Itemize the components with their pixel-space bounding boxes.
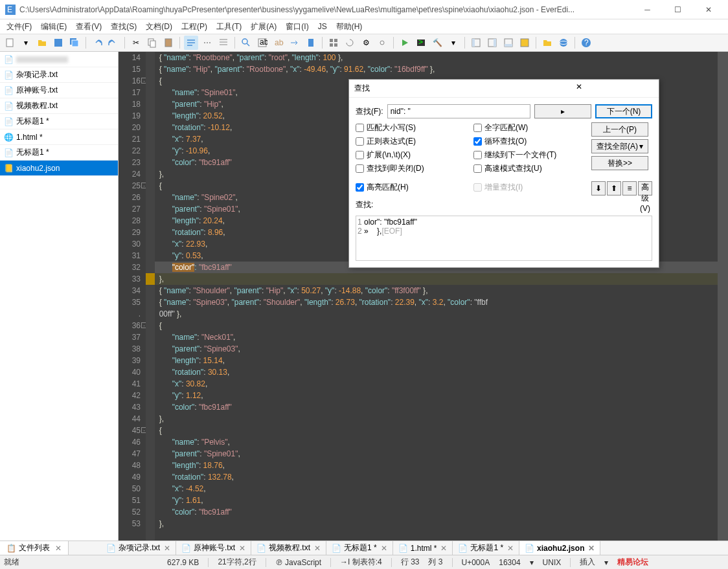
doc-tab[interactable]: 📄1.html *✕ [393,541,453,555]
word-wrap-icon[interactable] [184,36,198,50]
file-item[interactable]: 📄视频教程.txt [0,98,118,114]
align-icon[interactable]: ≡ [622,181,637,195]
doc-tab[interactable]: 📄xiaohu2.json✕ [519,541,600,555]
chk-closeimm[interactable]: 查找到即关闭(D) [356,163,467,174]
find-next-button[interactable]: 下一个(N) [595,104,652,118]
status-language[interactable]: ℗ JavaScript [275,558,321,567]
find-prev-button[interactable]: 上一个(P) [591,122,648,137]
chk-regex[interactable]: 正则表达式(E) [356,136,467,147]
chk-continue[interactable]: 继续到下一个文件(T) [473,150,585,161]
chk-ext[interactable]: 扩展(\n,\t)(X) [356,150,467,161]
menu-ext[interactable]: 扩展(A) [247,20,280,34]
find-input[interactable] [387,104,530,118]
save-all-icon[interactable] [67,36,82,50]
folder-tree-icon[interactable] [540,36,554,50]
menu-window[interactable]: 窗口(I) [282,20,312,34]
terminal-icon[interactable]: > [414,36,428,50]
grid-icon[interactable] [326,36,341,50]
build-dropdown-icon[interactable]: ▾ [446,36,461,50]
file-item-active[interactable]: 📒xiaohu2.json [0,161,118,176]
file-item[interactable]: 📄 [0,52,118,67]
menu-js[interactable]: JS [314,21,331,32]
new-file-icon[interactable] [3,36,17,50]
file-icon: 📄 [4,117,13,126]
gear-icon[interactable]: ⚙ [359,36,373,50]
panel4-icon[interactable] [518,36,532,50]
copy-icon[interactable] [145,36,159,50]
chk-incr[interactable]: 增量查找(I) [473,182,585,193]
browser-icon[interactable] [556,36,571,50]
menu-help[interactable]: 帮助(H) [332,20,367,34]
indent-icon[interactable] [216,36,231,50]
close-x-icon[interactable]: ✕ [164,544,170,553]
find-icon[interactable] [239,36,253,50]
close-x-icon[interactable]: ✕ [314,544,321,553]
file-item[interactable]: 📄杂项记录.txt [0,67,118,83]
whitespace-icon[interactable] [200,36,214,50]
minimize-button[interactable]: ─ [633,1,662,19]
chk-case[interactable]: 匹配大小写(S) [356,122,467,133]
highlight-icon[interactable]: abc [271,36,286,50]
menu-find[interactable]: 查找(S) [107,20,141,34]
undo-icon[interactable] [90,36,104,50]
redo-icon[interactable] [106,36,120,50]
close-x-icon[interactable]: ✕ [507,544,514,553]
cut-icon[interactable]: ✂ [129,36,143,50]
close-x-icon[interactable]: ✕ [381,544,387,553]
doc-tab[interactable]: 📄原神账号.txt✕ [176,541,251,555]
refresh-icon[interactable] [343,36,357,50]
chk-whole[interactable]: 全字匹配(W) [473,122,585,133]
run-icon[interactable] [398,36,412,50]
menu-doc[interactable]: 文档(D) [142,20,176,34]
close-x-icon[interactable]: ✕ [55,544,62,553]
vertical-scrollbar[interactable] [718,52,728,541]
help-icon[interactable]: ? [579,36,593,50]
status-eol[interactable]: UNIX [543,558,562,567]
chk-hilite[interactable]: 高亮匹配(H) [356,182,467,193]
replace-button[interactable]: 替换>> [591,156,648,170]
arrow-up-icon[interactable]: ⬆ [607,181,621,195]
find-dropdown-button[interactable]: ▸ [534,104,591,118]
goto-icon[interactable] [288,36,302,50]
replace-icon[interactable]: ab [255,36,269,50]
close-x-icon[interactable]: ✕ [239,544,245,553]
find-dialog-title-bar[interactable]: 查找 ✕ [349,80,659,98]
status-mode[interactable]: 插入 [580,557,595,568]
advanced-button[interactable]: 高级(V) [638,181,652,195]
maximize-button[interactable]: ☐ [663,1,692,19]
menu-edit[interactable]: 编辑(E) [37,20,71,34]
hammer-icon[interactable]: 🔨 [430,36,444,50]
doc-tab[interactable]: 📄无标题1 *✕ [453,541,519,555]
arrow-down-icon[interactable]: ⬇ [591,181,606,195]
find-results-box[interactable]: 1 olor": "fbc91aff" 2 » },[EOF] [356,216,652,261]
doc-tab[interactable]: 📄杂项记录.txt✕ [101,541,176,555]
chk-loop[interactable]: 循环查找(O) [473,136,585,147]
file-item[interactable]: 📄无标题1 * [0,114,118,129]
file-list-panel-tab[interactable]: 📋 文件列表 ✕ [0,541,69,555]
file-item[interactable]: 📄无标题1 * [0,145,118,161]
file-item[interactable]: 📄原神账号.txt [0,83,118,98]
chk-fast[interactable]: 高速模式查找(U) [473,163,585,174]
close-button[interactable]: ✕ [694,1,723,19]
close-x-icon[interactable]: ✕ [440,544,447,553]
find-all-button[interactable]: 查找全部(A) ▾ [591,139,648,153]
open-dropdown-icon[interactable]: ▾ [19,36,33,50]
doc-tab[interactable]: 📄无标题1 *✕ [326,541,393,555]
panel2-icon[interactable] [485,36,499,50]
menu-view[interactable]: 查看(V) [72,20,106,34]
close-x-icon[interactable]: ✕ [588,544,595,553]
open-folder-icon[interactable] [35,36,49,50]
menu-file[interactable]: 文件(F) [3,20,36,34]
file-item[interactable]: 🌐1.html * [0,129,118,145]
doc-tab[interactable]: 📄视频教程.txt✕ [251,541,326,555]
panel3-icon[interactable] [501,36,516,50]
paste-icon[interactable] [161,36,176,50]
find-close-button[interactable]: ✕ [504,82,654,95]
link-icon[interactable] [375,36,389,50]
status-tab[interactable]: →I 制表符:4 [340,557,382,568]
menu-tools[interactable]: 工具(T) [212,20,245,34]
bookmark-icon[interactable] [304,36,318,50]
save-icon[interactable] [51,36,65,50]
menu-project[interactable]: 工程(P) [177,20,211,34]
panel1-icon[interactable] [469,36,483,50]
